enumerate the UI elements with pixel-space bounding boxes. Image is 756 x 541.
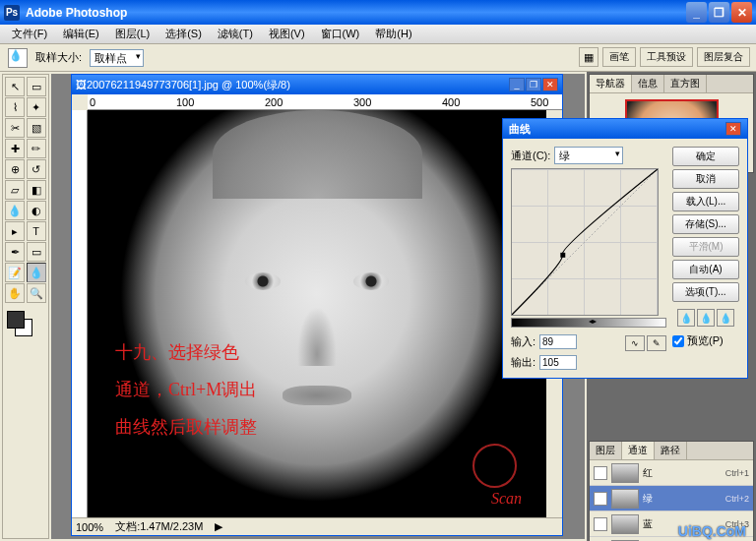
crop-tool[interactable]: ✂ [5,118,25,138]
load-button[interactable]: 载入(L)... [672,192,739,211]
minimize-button[interactable]: _ [686,2,707,23]
output-field[interactable] [539,355,577,370]
visibility-icon[interactable] [594,517,607,531]
eraser-tool[interactable]: ▱ [5,180,25,200]
close-button[interactable]: ✕ [731,2,752,23]
pen-tool[interactable]: ✒ [5,242,25,262]
channel-thumbnail [611,463,639,483]
hand-tool[interactable]: ✋ [5,283,25,303]
heal-tool[interactable]: ✚ [5,139,25,158]
dialog-titlebar[interactable]: 曲线 ✕ [503,119,747,139]
shape-tool[interactable]: ▭ [27,242,46,262]
brush-tool[interactable]: ✏ [27,139,46,158]
menu-window[interactable]: 窗口(W) [313,25,368,43]
tab-paths[interactable]: 路径 [655,442,687,459]
eyedropper-tool[interactable]: 💧 [27,263,46,282]
gradient-bar[interactable]: ◂▸ [511,318,666,328]
type-tool[interactable]: T [27,221,46,241]
wand-tool[interactable]: ✦ [27,97,46,117]
sample-size-label: 取样大小: [35,50,82,65]
menu-filter[interactable]: 滤镜(T) [210,25,261,43]
toolbox: ↖ ▭ ⌇ ✦ ✂ ▧ ✚ ✏ ⊕ ↺ ▱ ◧ 💧 ◐ ▸ T ✒ ▭ 📝 💧 … [2,74,49,539]
blur-tool[interactable]: 💧 [5,201,25,220]
tab-info[interactable]: 信息 [632,75,664,92]
palette-toggle-icon[interactable]: ▦ [579,47,598,67]
curves-graph[interactable] [511,168,659,316]
sample-size-select[interactable]: 取样点 [90,49,144,67]
pencil-mode-icon[interactable]: ✎ [647,335,666,351]
svg-rect-1 [560,253,565,258]
tab-navigator[interactable]: 导航器 [590,75,632,92]
auto-button[interactable]: 自动(A) [672,260,739,279]
marquee-tool[interactable]: ▭ [27,77,46,96]
tab-layer-comps[interactable]: 图层复合 [697,47,750,67]
save-button[interactable]: 存储(S)... [672,214,739,234]
menu-layer[interactable]: 图层(L) [107,25,158,43]
status-arrow-icon[interactable]: ▶ [215,520,222,533]
cancel-button[interactable]: 取消 [672,169,739,189]
document-statusbar: 100% 文档:1.47M/2.23M ▶ [72,517,562,535]
channel-row[interactable]: 👁 绿 Ctrl+2 [590,486,753,511]
signature-icon [472,444,517,488]
tab-layers[interactable]: 图层 [590,442,622,459]
history-brush-tool[interactable]: ↺ [27,159,46,179]
input-label: 输入: [511,334,536,349]
menu-view[interactable]: 视图(V) [261,25,313,43]
visibility-icon[interactable] [594,466,607,480]
channel-select[interactable]: 绿 [554,147,623,164]
color-swatches[interactable] [5,311,46,340]
stamp-tool[interactable]: ⊕ [5,159,25,179]
channel-row[interactable]: 红 Ctrl+1 [590,460,753,486]
path-tool[interactable]: ▸ [5,221,25,241]
doc-minimize-button[interactable]: _ [509,78,525,91]
gradient-tool[interactable]: ◧ [27,180,46,200]
canvas[interactable]: 十九、选择绿色 通道，Ctrl+M调出 曲线然后取样调整 Scan [88,110,546,517]
tab-tool-presets[interactable]: 工具预设 [640,47,693,67]
image-content [107,110,527,517]
channel-thumbnail [611,514,639,534]
eyedropper-icon[interactable]: 💧 [8,48,28,68]
preview-checkbox-input[interactable] [672,335,684,347]
annotation-line1: 十九、选择绿色 [115,336,239,368]
zoom-level[interactable]: 100% [76,521,103,533]
doc-close-button[interactable]: ✕ [542,78,558,91]
maximize-button[interactable]: ❐ [709,2,729,23]
app-title: Adobe Photoshop [26,6,686,20]
notes-tool[interactable]: 📝 [5,263,25,282]
menubar: 文件(F) 编辑(E) 图层(L) 选择(S) 滤镜(T) 视图(V) 窗口(W… [0,25,756,44]
menu-edit[interactable]: 编辑(E) [55,25,107,43]
foreground-color-swatch[interactable] [7,311,25,329]
curve-mode-icon[interactable]: ∿ [625,335,645,351]
smooth-button: 平滑(M) [672,237,739,257]
ps-icon: 🖼 [76,79,87,90]
dodge-tool[interactable]: ◐ [27,201,46,220]
menu-file[interactable]: 文件(F) [4,25,55,43]
output-label: 输出: [511,355,536,370]
move-tool[interactable]: ↖ [5,77,25,96]
document-window: 🖼 20076211949773706[1].jpg @ 100%(绿/8) _… [71,74,563,536]
watermark: UiBQ.CoM [678,523,746,539]
tab-histogram[interactable]: 直方图 [664,75,707,92]
document-titlebar[interactable]: 🖼 20076211949773706[1].jpg @ 100%(绿/8) _… [72,75,562,94]
white-point-eyedropper[interactable]: 💧 [717,309,734,327]
doc-maximize-button[interactable]: ❐ [526,78,541,91]
curves-dialog[interactable]: 曲线 ✕ 通道(C): 绿 ◂▸ 输入: ∿ [502,118,748,379]
tab-brushes[interactable]: 画笔 [602,47,636,67]
gray-point-eyedropper[interactable]: 💧 [697,309,715,327]
preview-checkbox[interactable]: 预览(P) [672,333,739,348]
tab-channels[interactable]: 通道 [622,442,655,459]
ok-button[interactable]: 确定 [672,147,739,166]
slice-tool[interactable]: ▧ [27,118,46,138]
menu-help[interactable]: 帮助(H) [367,25,419,43]
black-point-eyedropper[interactable]: 💧 [677,309,695,327]
menu-select[interactable]: 选择(S) [158,25,210,43]
dialog-close-button[interactable]: ✕ [725,122,741,136]
input-field[interactable] [539,334,577,349]
options-button[interactable]: 选项(T)... [672,282,739,302]
app-logo: Ps [4,5,20,21]
annotation-line2: 通道，Ctrl+M调出 [115,374,257,405]
zoom-tool[interactable]: 🔍 [27,283,46,303]
visibility-icon[interactable]: 👁 [594,492,607,506]
lasso-tool[interactable]: ⌇ [5,97,25,117]
channel-label: 通道(C): [511,149,550,163]
